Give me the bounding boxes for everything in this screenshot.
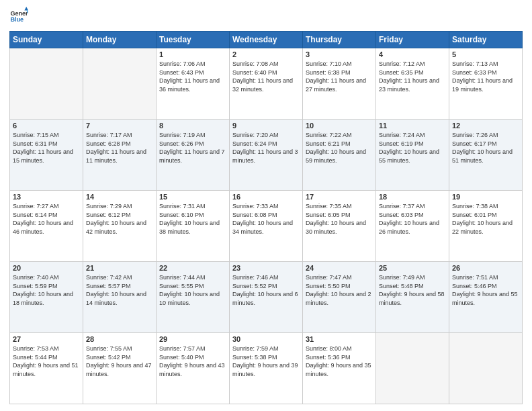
day-number: 22: [159, 264, 226, 272]
day-info: Sunrise: 7:29 AM Sunset: 6:12 PM Dayligh…: [86, 202, 153, 236]
day-info: Sunrise: 7:20 AM Sunset: 6:24 PM Dayligh…: [232, 131, 300, 165]
calendar-cell: 13Sunrise: 7:27 AM Sunset: 6:14 PM Dayli…: [10, 191, 83, 262]
calendar-cell: 14Sunrise: 7:29 AM Sunset: 6:12 PM Dayli…: [83, 191, 157, 262]
weekday-header-friday: Friday: [376, 32, 449, 48]
calendar-cell: 25Sunrise: 7:49 AM Sunset: 5:48 PM Dayli…: [376, 262, 449, 333]
calendar-cell: 15Sunrise: 7:31 AM Sunset: 6:10 PM Dayli…: [157, 191, 230, 262]
day-info: Sunrise: 8:00 AM Sunset: 5:36 PM Dayligh…: [306, 345, 373, 378]
calendar-cell: 3Sunrise: 7:10 AM Sunset: 6:38 PM Daylig…: [303, 48, 376, 120]
day-info: Sunrise: 7:31 AM Sunset: 6:10 PM Dayligh…: [159, 202, 226, 236]
day-info: Sunrise: 7:57 AM Sunset: 5:40 PM Dayligh…: [159, 345, 226, 378]
weekday-header-sunday: Sunday: [10, 32, 83, 48]
day-number: 13: [13, 193, 80, 201]
calendar-table: SundayMondayTuesdayWednesdayThursdayFrid…: [9, 31, 523, 404]
day-info: Sunrise: 7:46 AM Sunset: 5:52 PM Dayligh…: [232, 273, 300, 307]
day-number: 24: [306, 264, 373, 272]
day-info: Sunrise: 7:38 AM Sunset: 6:01 PM Dayligh…: [452, 202, 519, 236]
day-info: Sunrise: 7:17 AM Sunset: 6:28 PM Dayligh…: [86, 131, 153, 165]
day-info: Sunrise: 7:51 AM Sunset: 5:46 PM Dayligh…: [452, 273, 519, 307]
day-number: 10: [306, 122, 373, 130]
day-info: Sunrise: 7:55 AM Sunset: 5:42 PM Dayligh…: [86, 345, 153, 378]
day-info: Sunrise: 7:40 AM Sunset: 5:59 PM Dayligh…: [13, 273, 80, 307]
calendar-cell: [83, 48, 157, 120]
day-number: 9: [232, 122, 300, 130]
day-number: 8: [159, 122, 226, 130]
day-number: 4: [379, 50, 446, 58]
day-info: Sunrise: 7:12 AM Sunset: 6:35 PM Dayligh…: [379, 60, 446, 93]
day-number: 2: [232, 50, 300, 58]
day-info: Sunrise: 7:24 AM Sunset: 6:19 PM Dayligh…: [379, 131, 446, 165]
calendar-cell: 21Sunrise: 7:42 AM Sunset: 5:57 PM Dayli…: [83, 262, 157, 333]
day-number: 17: [306, 193, 373, 201]
calendar-cell: 27Sunrise: 7:53 AM Sunset: 5:44 PM Dayli…: [10, 333, 83, 404]
calendar-cell: 28Sunrise: 7:55 AM Sunset: 5:42 PM Dayli…: [83, 333, 157, 404]
day-number: 23: [232, 264, 300, 272]
calendar-cell: 16Sunrise: 7:33 AM Sunset: 6:08 PM Dayli…: [230, 191, 303, 262]
day-info: Sunrise: 7:35 AM Sunset: 6:05 PM Dayligh…: [306, 202, 373, 236]
day-number: 21: [86, 264, 153, 272]
day-number: 30: [232, 335, 300, 343]
day-info: Sunrise: 7:49 AM Sunset: 5:48 PM Dayligh…: [379, 273, 446, 307]
weekday-header-wednesday: Wednesday: [230, 32, 303, 48]
day-info: Sunrise: 7:37 AM Sunset: 6:03 PM Dayligh…: [379, 202, 446, 236]
day-info: Sunrise: 7:44 AM Sunset: 5:55 PM Dayligh…: [159, 273, 226, 307]
header: General Blue: [9, 7, 523, 26]
day-info: Sunrise: 7:59 AM Sunset: 5:38 PM Dayligh…: [232, 345, 300, 378]
day-number: 15: [159, 193, 226, 201]
weekday-header-monday: Monday: [83, 32, 157, 48]
day-info: Sunrise: 7:27 AM Sunset: 6:14 PM Dayligh…: [13, 202, 80, 236]
day-info: Sunrise: 7:10 AM Sunset: 6:38 PM Dayligh…: [306, 60, 373, 93]
day-number: 5: [452, 50, 519, 58]
weekday-header-saturday: Saturday: [449, 32, 523, 48]
day-number: 18: [379, 193, 446, 201]
day-number: 1: [159, 50, 226, 58]
calendar-cell: 12Sunrise: 7:26 AM Sunset: 6:17 PM Dayli…: [449, 120, 523, 191]
day-number: 19: [452, 193, 519, 201]
calendar-cell: [10, 48, 83, 120]
calendar-cell: [449, 333, 523, 404]
calendar-cell: 6Sunrise: 7:15 AM Sunset: 6:31 PM Daylig…: [10, 120, 83, 191]
day-info: Sunrise: 7:26 AM Sunset: 6:17 PM Dayligh…: [452, 131, 519, 165]
day-number: 3: [306, 50, 373, 58]
day-number: 31: [306, 335, 373, 343]
weekday-header-tuesday: Tuesday: [157, 32, 230, 48]
svg-text:General: General: [10, 10, 28, 17]
calendar-cell: 24Sunrise: 7:47 AM Sunset: 5:50 PM Dayli…: [303, 262, 376, 333]
weekday-header-thursday: Thursday: [303, 32, 376, 48]
calendar-cell: 18Sunrise: 7:37 AM Sunset: 6:03 PM Dayli…: [376, 191, 449, 262]
logo: General Blue: [9, 7, 31, 26]
day-number: 12: [452, 122, 519, 130]
calendar-cell: 1Sunrise: 7:06 AM Sunset: 6:43 PM Daylig…: [157, 48, 230, 120]
day-number: 29: [159, 335, 226, 343]
calendar-cell: 19Sunrise: 7:38 AM Sunset: 6:01 PM Dayli…: [449, 191, 523, 262]
day-number: 27: [13, 335, 80, 343]
logo-icon: General Blue: [9, 7, 28, 26]
svg-text:Blue: Blue: [10, 16, 24, 23]
day-number: 28: [86, 335, 153, 343]
calendar-cell: 20Sunrise: 7:40 AM Sunset: 5:59 PM Dayli…: [10, 262, 83, 333]
day-number: 6: [13, 122, 80, 130]
day-number: 7: [86, 122, 153, 130]
day-info: Sunrise: 7:19 AM Sunset: 6:26 PM Dayligh…: [159, 131, 226, 165]
calendar-cell: 22Sunrise: 7:44 AM Sunset: 5:55 PM Dayli…: [157, 262, 230, 333]
calendar-cell: 8Sunrise: 7:19 AM Sunset: 6:26 PM Daylig…: [157, 120, 230, 191]
calendar-cell: 10Sunrise: 7:22 AM Sunset: 6:21 PM Dayli…: [303, 120, 376, 191]
calendar-cell: 17Sunrise: 7:35 AM Sunset: 6:05 PM Dayli…: [303, 191, 376, 262]
day-info: Sunrise: 7:47 AM Sunset: 5:50 PM Dayligh…: [306, 273, 373, 307]
day-number: 20: [13, 264, 80, 272]
day-info: Sunrise: 7:06 AM Sunset: 6:43 PM Dayligh…: [159, 60, 226, 93]
day-number: 26: [452, 264, 519, 272]
day-number: 14: [86, 193, 153, 201]
day-number: 11: [379, 122, 446, 130]
day-info: Sunrise: 7:15 AM Sunset: 6:31 PM Dayligh…: [13, 131, 80, 165]
calendar-cell: 4Sunrise: 7:12 AM Sunset: 6:35 PM Daylig…: [376, 48, 449, 120]
calendar-cell: 26Sunrise: 7:51 AM Sunset: 5:46 PM Dayli…: [449, 262, 523, 333]
calendar-cell: 9Sunrise: 7:20 AM Sunset: 6:24 PM Daylig…: [230, 120, 303, 191]
day-info: Sunrise: 7:13 AM Sunset: 6:33 PM Dayligh…: [452, 60, 519, 93]
calendar-cell: 7Sunrise: 7:17 AM Sunset: 6:28 PM Daylig…: [83, 120, 157, 191]
svg-marker-2: [24, 7, 28, 11]
calendar-cell: 2Sunrise: 7:08 AM Sunset: 6:40 PM Daylig…: [230, 48, 303, 120]
day-number: 25: [379, 264, 446, 272]
calendar-cell: 30Sunrise: 7:59 AM Sunset: 5:38 PM Dayli…: [230, 333, 303, 404]
calendar-cell: 23Sunrise: 7:46 AM Sunset: 5:52 PM Dayli…: [230, 262, 303, 333]
